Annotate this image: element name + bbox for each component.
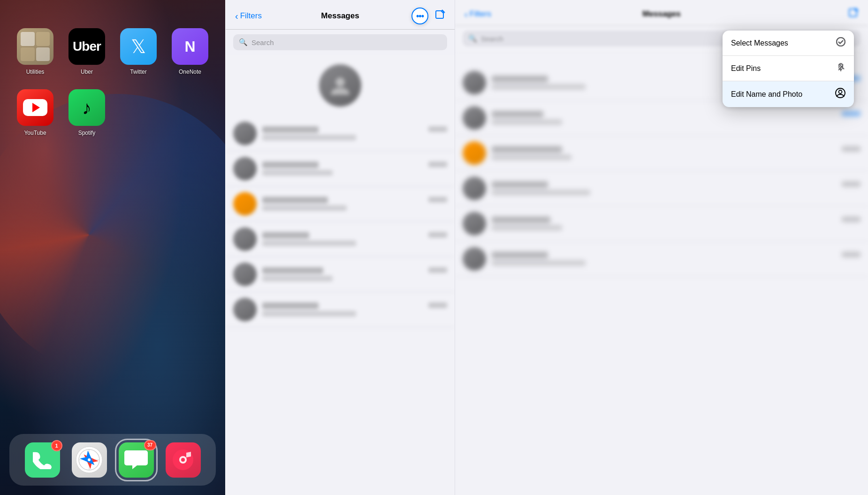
- msg-time: [428, 302, 447, 308]
- msg-name: [492, 111, 543, 117]
- messages-panel-right: ‹ Filters Messages 🔍 Search: [455, 0, 868, 495]
- msg-name: [262, 197, 328, 203]
- msg-time: [428, 267, 447, 273]
- msg-name: [262, 267, 323, 274]
- msg-content: [262, 126, 447, 140]
- search-input-left[interactable]: 🔍 Search: [233, 34, 447, 50]
- msg-avatar: [233, 227, 257, 251]
- msg-name: [492, 146, 562, 153]
- msg-avatar: [463, 141, 486, 165]
- onenote-label: OneNote: [179, 69, 201, 75]
- msg-preview: [492, 260, 586, 266]
- msg-avatar: [463, 106, 486, 130]
- msg-name: [492, 181, 548, 188]
- youtube-icon: [17, 89, 53, 126]
- header-actions-right: [848, 8, 859, 21]
- edit-pins-label: Edit Pins: [731, 64, 761, 73]
- filters-button-right[interactable]: ‹ Filters: [464, 9, 491, 20]
- search-placeholder-right: Search: [481, 35, 503, 43]
- msg-content: [492, 181, 860, 195]
- app-icon-utilities[interactable]: Utilities: [14, 28, 56, 85]
- msg-avatar: [463, 247, 486, 271]
- svg-point-9: [181, 458, 185, 462]
- msg-avatar: [233, 263, 257, 286]
- select-messages-label: Select Messages: [731, 39, 788, 47]
- msg-name: [262, 126, 319, 133]
- msg-content: [492, 252, 860, 266]
- msg-preview: [492, 119, 562, 125]
- messages-list-left: [226, 64, 455, 327]
- msg-preview: [492, 225, 562, 231]
- app-icon-onenote[interactable]: N OneNote: [169, 28, 211, 85]
- msg-content: [492, 111, 860, 125]
- msg-time: [428, 232, 447, 238]
- dock-app-music[interactable]: [166, 442, 201, 478]
- msg-preview: [492, 84, 586, 90]
- spotify-label: Spotify: [78, 130, 96, 136]
- dropdown-item-edit-pins[interactable]: Edit Pins: [723, 56, 854, 81]
- msg-time: [428, 197, 447, 202]
- msg-time: [428, 162, 447, 167]
- filters-button-left[interactable]: ‹ Filters: [235, 11, 262, 22]
- msg-time: [842, 181, 860, 187]
- messages-badge: 37: [144, 440, 156, 450]
- msg-avatar: [233, 192, 257, 216]
- dock-app-phone[interactable]: 1: [25, 442, 60, 478]
- app-icon-youtube[interactable]: YouTube: [14, 89, 56, 146]
- app-grid: Utilities Uber Uber 𝕏 Twitter N OneNote …: [14, 28, 211, 146]
- app-icon-uber[interactable]: Uber Uber: [66, 28, 108, 85]
- filters-label-left: Filters: [240, 11, 262, 21]
- uber-label: Uber: [81, 69, 93, 75]
- msg-preview: [262, 205, 347, 211]
- msg-preview: [492, 155, 571, 160]
- onenote-icon: N: [172, 28, 208, 65]
- twitter-label: Twitter: [130, 69, 146, 75]
- msg-content: [262, 162, 447, 176]
- msg-content: [262, 197, 447, 211]
- msg-content: [262, 232, 447, 246]
- msg-time: [842, 217, 860, 222]
- msg-content: [262, 302, 447, 317]
- message-item: [226, 151, 455, 186]
- dock-app-safari[interactable]: [72, 442, 107, 478]
- msg-name: [262, 162, 319, 168]
- header-actions-left: •••: [411, 8, 445, 24]
- svg-point-18: [839, 90, 842, 93]
- compose-button-left[interactable]: [435, 9, 445, 23]
- youtube-label: YouTube: [24, 130, 46, 136]
- messages-header-right: ‹ Filters Messages: [455, 0, 868, 26]
- person-icon: [835, 88, 845, 101]
- search-icon-left: 🔍: [239, 38, 248, 46]
- chevron-left-icon-right: ‹: [464, 9, 468, 20]
- msg-name: [492, 76, 548, 82]
- messages-title-right: Messages: [642, 9, 680, 19]
- more-button-left[interactable]: •••: [411, 8, 428, 24]
- compose-button-right[interactable]: [848, 8, 859, 21]
- app-icon-twitter[interactable]: 𝕏 Twitter: [117, 28, 160, 85]
- search-icon-right: 🔍: [468, 34, 477, 43]
- msg-name: [262, 232, 309, 239]
- msg-preview: [492, 190, 590, 195]
- dropdown-item-edit-name-photo[interactable]: Edit Name and Photo: [723, 81, 854, 107]
- message-item: [455, 171, 868, 206]
- message-item: [226, 222, 455, 257]
- msg-time: [842, 146, 860, 152]
- dropdown-item-select-messages[interactable]: Select Messages: [723, 31, 854, 56]
- msg-avatar: [233, 157, 257, 180]
- dropdown-menu: Select Messages Edit Pins: [723, 31, 854, 107]
- svg-point-6: [88, 458, 91, 461]
- msg-content: [262, 267, 447, 281]
- phone-badge: 1: [51, 440, 62, 451]
- dock-app-messages[interactable]: 37: [119, 442, 154, 478]
- svg-point-13: [837, 38, 845, 46]
- messages-header-left: ‹ Filters Messages •••: [226, 0, 455, 30]
- svg-point-11: [335, 77, 345, 87]
- utilities-label: Utilities: [26, 69, 45, 75]
- more-dots-icon: •••: [416, 11, 424, 21]
- checkmark-icon: [836, 37, 845, 49]
- app-icon-spotify[interactable]: ♪ Spotify: [66, 89, 108, 146]
- msg-preview: [262, 311, 356, 317]
- message-item: [455, 136, 868, 171]
- safari-icon: [72, 442, 107, 478]
- spotify-icon: ♪: [69, 89, 105, 126]
